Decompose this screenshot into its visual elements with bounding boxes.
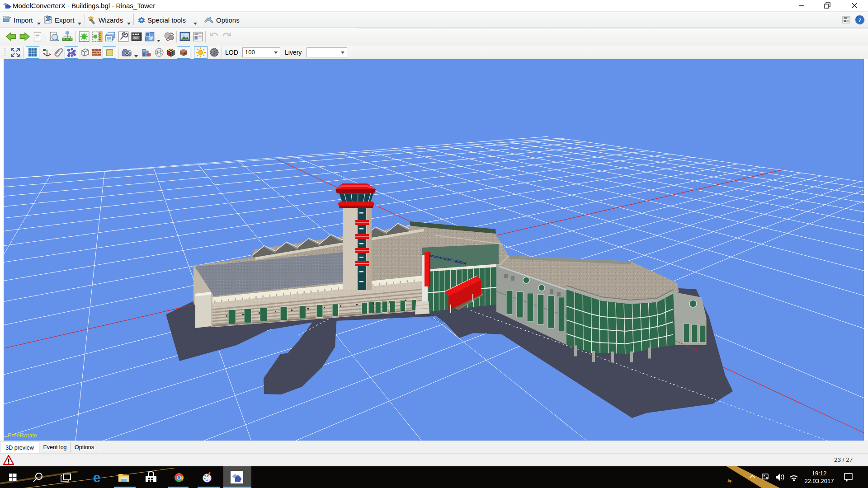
svg-text:e: e <box>93 470 101 485</box>
svg-text:22.03.2017: 22.03.2017 <box>804 478 834 484</box>
svg-text:FreeRotate: FreeRotate <box>8 432 37 439</box>
svg-text:film: film <box>134 37 138 39</box>
svg-text:19:12: 19:12 <box>812 470 827 477</box>
svg-text:?: ? <box>859 17 862 23</box>
